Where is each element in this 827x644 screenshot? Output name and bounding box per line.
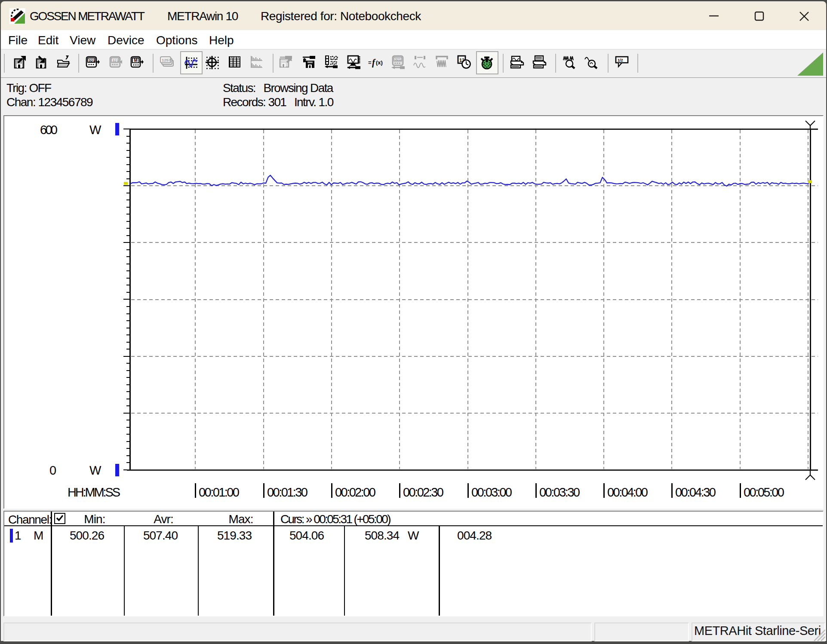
- svg-text:00:01:00: 00:01:00: [199, 485, 240, 499]
- svg-text:00:02:00: 00:02:00: [335, 485, 376, 499]
- svg-text:00:03:30: 00:03:30: [539, 485, 580, 499]
- svg-text:00:04:30: 00:04:30: [675, 485, 716, 499]
- svg-text:00:05:00: 00:05:00: [744, 485, 784, 499]
- svg-text:00:02:30: 00:02:30: [403, 485, 444, 499]
- svg-text:0: 0: [49, 463, 56, 477]
- svg-text:00:01:30: 00:01:30: [267, 485, 308, 499]
- svg-text:00:03:00: 00:03:00: [471, 485, 512, 499]
- svg-text:W: W: [89, 123, 101, 137]
- svg-text:600: 600: [40, 123, 58, 137]
- svg-text:HH:MM:SS: HH:MM:SS: [68, 485, 120, 499]
- svg-text:00:04:00: 00:04:00: [607, 485, 648, 499]
- svg-text:W: W: [89, 463, 101, 477]
